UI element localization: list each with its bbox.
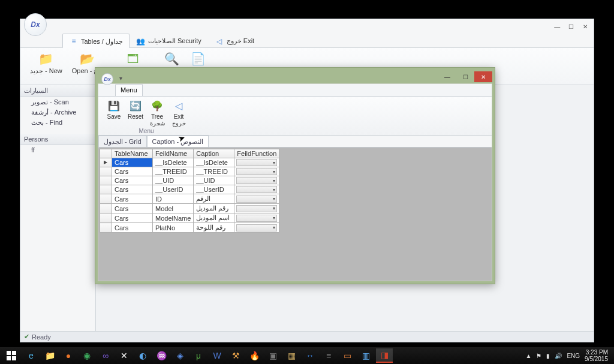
cell-caption[interactable]: رقم الموديل: [194, 204, 234, 213]
data-grid[interactable]: TableNameFeildNameCaptionFeildFunctionCa…: [100, 149, 279, 233]
cell-fieldname[interactable]: ModelName: [153, 213, 194, 223]
taskbar-item-app10[interactable]: ◨: [376, 348, 393, 363]
taskbar-item-app9[interactable]: ▥: [357, 348, 374, 363]
dropdown-cell[interactable]: ▾: [236, 159, 277, 166]
cell-fieldname[interactable]: __TREEID: [153, 167, 194, 176]
taskbar-item-vs[interactable]: ∞: [97, 348, 114, 363]
cell-fieldname[interactable]: Model: [153, 204, 194, 213]
ribbon-button-0[interactable]: 📁جديد - New: [25, 50, 67, 85]
dialog-close-button[interactable]: ✕: [474, 71, 492, 82]
tray-clock[interactable]: 3:23 PM 9/5/2015: [585, 349, 608, 362]
tray-language[interactable]: ENG: [567, 353, 580, 359]
sidebar-item-find[interactable]: بحث - Find: [20, 118, 95, 128]
main-tab-0[interactable]: ≡Tables / جداول: [62, 34, 130, 48]
dropdown-cell[interactable]: ▾: [236, 177, 277, 184]
table-row[interactable]: Cars__UserID__UserID▾: [100, 185, 279, 194]
cell-caption[interactable]: __IsDelete: [194, 158, 234, 167]
cell-fieldfunction[interactable]: ▾: [234, 213, 279, 223]
dropdown-cell[interactable]: ▾: [236, 195, 277, 203]
taskbar-item-audio[interactable]: ♒: [153, 348, 170, 363]
column-header-Caption[interactable]: Caption: [194, 149, 234, 158]
table-row[interactable]: CarsModelNameاسم الموديل▾: [100, 213, 279, 223]
sidebar-item-ff[interactable]: ff: [20, 145, 95, 155]
dropdown-cell[interactable]: ▾: [236, 205, 277, 212]
maximize-button[interactable]: ☐: [565, 23, 577, 30]
dialog-maximize-button[interactable]: ☐: [456, 71, 474, 82]
tray-flag-icon[interactable]: ⚑: [536, 353, 541, 359]
cell-tablename[interactable]: Cars: [112, 176, 153, 185]
tray-expand-icon[interactable]: ▲: [525, 353, 531, 359]
taskbar-item-app5[interactable]: 🔥: [246, 348, 263, 363]
cell-caption[interactable]: الرقم: [194, 194, 234, 204]
taskbar-item-utorrent[interactable]: μ: [190, 348, 207, 363]
cell-fieldfunction[interactable]: ▾: [234, 158, 279, 167]
cell-fieldname[interactable]: ID: [153, 194, 194, 204]
cell-fieldname[interactable]: PlatNo: [153, 223, 194, 233]
cell-fieldfunction[interactable]: ▾: [234, 204, 279, 213]
cell-tablename[interactable]: Cars: [112, 167, 153, 176]
cell-tablename[interactable]: Cars: [112, 185, 153, 194]
taskbar-item-calc[interactable]: ≡: [320, 348, 337, 363]
dialog-tab-menu[interactable]: Menu: [115, 84, 143, 96]
taskbar-item-ie[interactable]: e: [23, 348, 40, 363]
sidebar-item-archive[interactable]: أرشفة - Archive: [20, 107, 95, 118]
start-button[interactable]: [2, 348, 20, 363]
table-row[interactable]: Cars__TREEID__TREEID▾: [100, 167, 279, 176]
taskbar-item-app4[interactable]: ⚒: [227, 348, 244, 363]
taskbar-item-word[interactable]: W: [209, 348, 225, 363]
cell-caption[interactable]: __UserID: [194, 185, 234, 194]
taskbar-item-chrome[interactable]: ◉: [79, 348, 95, 363]
dropdown-cell[interactable]: ▾: [236, 215, 277, 222]
cell-caption[interactable]: رقم اللوحة: [194, 223, 234, 233]
table-row[interactable]: Cars__IsDelete__IsDelete▾: [100, 158, 279, 167]
dialog-minimize-button[interactable]: —: [438, 71, 456, 82]
cell-tablename[interactable]: Cars: [112, 213, 153, 223]
cell-tablename[interactable]: Cars: [112, 204, 153, 213]
cell-tablename[interactable]: Cars: [112, 194, 153, 204]
sidebar-group-persons[interactable]: Persons: [20, 134, 95, 145]
sidebar-group-cars[interactable]: السيارات: [20, 85, 95, 97]
tray-sound-icon[interactable]: 🔊: [555, 353, 562, 359]
cell-fieldfunction[interactable]: ▾: [234, 194, 279, 204]
close-button[interactable]: ✕: [579, 23, 591, 30]
main-tab-1[interactable]: 👥الصلاحيات Security: [130, 34, 208, 47]
taskbar-item-app1[interactable]: ✕: [116, 348, 133, 363]
cell-fieldfunction[interactable]: ▾: [234, 176, 279, 185]
taskbar-item-firefox[interactable]: ●: [60, 348, 77, 363]
cell-fieldname[interactable]: __IsDelete: [153, 158, 194, 167]
cell-fieldname[interactable]: __UID: [153, 176, 194, 185]
table-row[interactable]: CarsIDالرقم▾: [100, 194, 279, 204]
taskbar-item-app3[interactable]: ◈: [171, 348, 188, 363]
column-header-FeildFunction[interactable]: FeildFunction: [234, 149, 279, 158]
cell-fieldfunction[interactable]: ▾: [234, 185, 279, 194]
table-row[interactable]: CarsPlatNoرقم اللوحة▾: [100, 223, 279, 233]
main-tab-2[interactable]: ◁خروج Exit: [208, 34, 261, 47]
dropdown-cell[interactable]: ▾: [236, 186, 277, 193]
taskbar-item-app2[interactable]: ◐: [134, 348, 151, 363]
cell-tablename[interactable]: Cars: [112, 158, 153, 167]
tray-network-icon[interactable]: ▮: [546, 353, 550, 359]
cell-caption[interactable]: اسم الموديل: [194, 213, 234, 223]
taskbar-item-app6[interactable]: ▣: [264, 348, 281, 363]
dropdown-cell[interactable]: ▾: [236, 168, 277, 175]
content-tab-1[interactable]: Caption - النصوص: [147, 136, 209, 147]
cell-fieldname[interactable]: __UserID: [153, 185, 194, 194]
table-row[interactable]: CarsModelرقم الموديل▾: [100, 204, 279, 213]
dropdown-cell[interactable]: ▾: [236, 224, 277, 231]
content-tab-0[interactable]: الجدول - Grid: [98, 136, 147, 147]
column-header-TableName[interactable]: TableName: [112, 149, 153, 158]
cell-caption[interactable]: __UID: [194, 176, 234, 185]
taskbar-item-app7[interactable]: ▦: [283, 348, 300, 363]
sidebar-item-scan[interactable]: تصوير - Scan: [20, 97, 95, 107]
cell-fieldfunction[interactable]: ▾: [234, 167, 279, 176]
minimize-button[interactable]: —: [551, 23, 563, 30]
cell-tablename[interactable]: Cars: [112, 223, 153, 233]
cell-caption[interactable]: __TREEID: [194, 167, 234, 176]
taskbar-item-teamviewer[interactable]: ↔: [302, 348, 318, 363]
taskbar-item-app8[interactable]: ▭: [339, 348, 356, 363]
dropdown-icon[interactable]: ▾: [119, 75, 122, 82]
taskbar-item-folder[interactable]: 📁: [41, 348, 58, 363]
column-header-FeildName[interactable]: FeildName: [153, 149, 194, 158]
table-row[interactable]: Cars__UID__UID▾: [100, 176, 279, 185]
cell-fieldfunction[interactable]: ▾: [234, 223, 279, 233]
